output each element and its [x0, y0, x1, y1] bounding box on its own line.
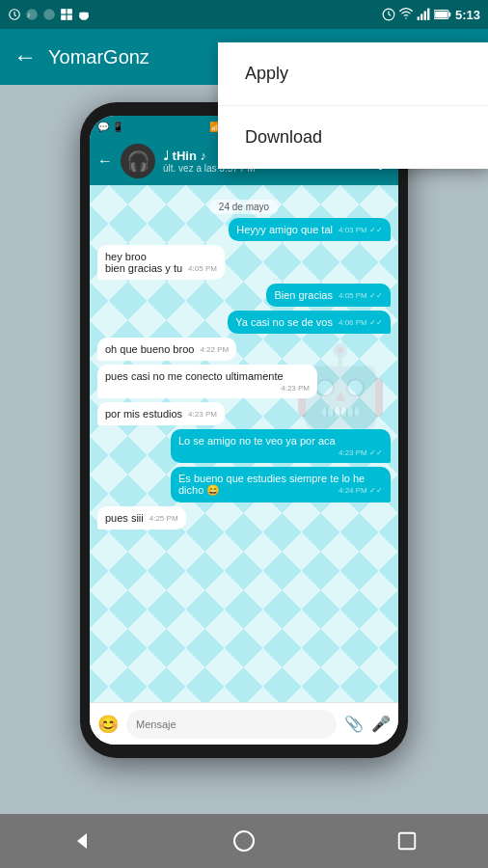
recents-nav-icon [396, 830, 418, 852]
svg-rect-15 [418, 16, 420, 20]
download-menu-item[interactable]: Download [218, 106, 488, 169]
emoji-button[interactable]: 😊 [97, 714, 119, 735]
status-icons-left: ♪ [8, 8, 91, 21]
main-content: 💬 📱 📶 100% 🔋 03:39 PM ← 🎧 ♩ tHin ♪ últ. … [0, 85, 488, 814]
phone-frame: 💬 📱 📶 100% 🔋 03:39 PM ← 🎧 ♩ tHin ♪ últ. … [80, 102, 408, 758]
status-bar: ♪ 5:13 [0, 0, 488, 29]
chat-body[interactable]: 🤖 24 de mayo Heyyy amigo que tal 4:03 PM… [90, 185, 398, 702]
home-nav-icon [232, 829, 256, 853]
back-nav-icon [69, 829, 93, 853]
mic-button[interactable]: 🎤 [371, 715, 391, 733]
back-button[interactable]: ← [14, 43, 37, 70]
grid-icon [60, 8, 73, 21]
status-time: 5:13 [455, 8, 480, 22]
svg-rect-6 [61, 9, 66, 14]
clock-icon [382, 8, 395, 21]
svg-rect-20 [448, 13, 450, 17]
spotify-icon [42, 8, 56, 21]
message-9: Es bueno que estudies siempre te lo he d… [171, 467, 391, 502]
svg-marker-22 [77, 833, 87, 849]
svg-point-5 [43, 9, 55, 20]
svg-line-14 [389, 14, 391, 15]
svg-rect-9 [68, 15, 72, 20]
chat-input-bar: 😊 📎 🎤 [90, 702, 398, 745]
contact-avatar: 🎧 [121, 144, 155, 178]
recents-nav-button[interactable] [388, 822, 426, 860]
svg-point-23 [234, 831, 254, 851]
bottom-nav [0, 814, 488, 868]
alarm-icon [8, 8, 21, 21]
attach-button[interactable]: 📎 [344, 715, 364, 733]
svg-rect-11 [79, 13, 88, 18]
svg-line-2 [14, 15, 16, 16]
svg-text:♪: ♪ [27, 11, 31, 19]
message-input[interactable] [126, 710, 337, 739]
signal-icon [417, 8, 430, 21]
message-8: Lo se amigo no te veo ya por aca 4:23 PM… [171, 429, 391, 463]
svg-rect-7 [68, 9, 72, 14]
message-6: pues casi no me conecto ultimamente 4:23… [97, 365, 317, 398]
back-nav-button[interactable] [62, 822, 100, 860]
phone-screen: 💬 📱 📶 100% 🔋 03:39 PM ← 🎧 ♩ tHin ♪ últ. … [90, 116, 398, 745]
status-icons-right: 5:13 [382, 8, 480, 22]
music-icon: ♪ [25, 8, 39, 21]
message-3: Bien gracias 4:05 PM ✓✓ [266, 284, 391, 307]
message-1: Heyyy amigo que tal 4:03 PM ✓✓ [229, 218, 391, 241]
chat-back-button[interactable]: ← [97, 152, 113, 170]
dropdown-menu: Apply Download [218, 42, 488, 169]
message-7: por mis estudios 4:23 PM [97, 402, 225, 425]
message-4: Ya casi no se de vos 4:06 PM ✓✓ [228, 311, 391, 334]
chat-date-divider: 24 de mayo [97, 197, 391, 214]
svg-rect-21 [435, 12, 447, 18]
svg-rect-16 [420, 14, 422, 19]
message-2: hey broo bien gracias y tu 4:05 PM [97, 245, 225, 280]
message-10: pues siii 4:25 PM [97, 506, 186, 529]
android-icon [77, 8, 91, 21]
battery-icon [434, 8, 451, 21]
phone-status-left: 💬 📱 [97, 122, 123, 132]
apply-menu-item[interactable]: Apply [218, 42, 488, 106]
svg-rect-17 [424, 12, 426, 20]
svg-rect-8 [61, 15, 66, 20]
message-5: oh que bueno broo 4:22 PM [97, 338, 236, 361]
svg-rect-24 [398, 833, 415, 850]
wifi-icon [399, 8, 413, 21]
svg-rect-18 [427, 9, 429, 20]
home-nav-button[interactable] [225, 822, 263, 860]
